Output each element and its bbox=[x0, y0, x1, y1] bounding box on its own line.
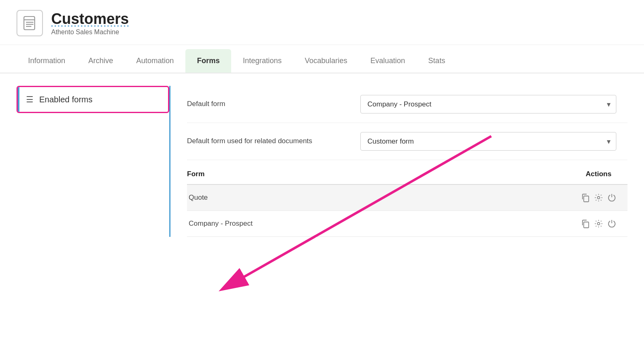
header-text: Customers Athento Sales Machine bbox=[51, 10, 129, 36]
table-row: Quote bbox=[187, 185, 627, 211]
form-name-quote: Quote bbox=[187, 194, 570, 202]
copy-icon-2[interactable] bbox=[581, 219, 590, 228]
sidebar-item-enabled-forms[interactable]: ☰ Enabled forms bbox=[17, 86, 169, 113]
tab-archive[interactable]: Archive bbox=[77, 49, 125, 73]
power-icon[interactable] bbox=[607, 193, 616, 202]
default-form-row: Default form Company - Prospect Customer… bbox=[187, 86, 627, 123]
document-icon bbox=[22, 16, 37, 31]
default-form-select-wrapper: Company - Prospect Customer form Quote ▾ bbox=[360, 95, 616, 113]
default-related-form-select-wrapper: Company - Prospect Customer form Quote ▾ bbox=[360, 132, 616, 151]
app-icon bbox=[17, 10, 43, 36]
default-related-form-row: Default form used for related documents … bbox=[187, 123, 627, 160]
gear-icon[interactable] bbox=[594, 193, 603, 202]
tab-information[interactable]: Information bbox=[17, 49, 77, 73]
table-col-actions: Actions bbox=[570, 170, 627, 178]
default-related-form-select[interactable]: Company - Prospect Customer form Quote bbox=[360, 132, 616, 151]
default-form-select[interactable]: Company - Prospect Customer form Quote bbox=[360, 95, 616, 113]
table-row: Company - Prospect bbox=[187, 211, 627, 237]
default-form-label: Default form bbox=[187, 95, 360, 109]
power-icon-2[interactable] bbox=[607, 219, 616, 228]
forms-table: Form Actions Quote bbox=[187, 164, 627, 237]
tab-automation[interactable]: Automation bbox=[125, 49, 185, 73]
list-icon: ☰ bbox=[26, 94, 33, 104]
tab-integrations[interactable]: Integrations bbox=[231, 49, 293, 73]
svg-rect-0 bbox=[24, 17, 35, 30]
form-actions-company-prospect bbox=[570, 219, 627, 228]
default-related-form-label: Default form used for related documents bbox=[187, 132, 360, 146]
sidebar-item-label: Enabled forms bbox=[39, 95, 92, 104]
svg-rect-7 bbox=[584, 222, 589, 228]
page-subtitle: Athento Sales Machine bbox=[51, 28, 129, 36]
svg-rect-5 bbox=[584, 196, 589, 202]
table-col-form: Form bbox=[187, 170, 570, 178]
tab-forms[interactable]: Forms bbox=[185, 49, 231, 73]
svg-point-6 bbox=[597, 196, 600, 199]
tab-vocabularies[interactable]: Vocabularies bbox=[293, 49, 359, 73]
tab-stats[interactable]: Stats bbox=[417, 49, 457, 73]
navigation-tabs: Information Archive Automation Forms Int… bbox=[0, 49, 644, 73]
form-actions-quote bbox=[570, 193, 627, 202]
page-title: Customers bbox=[51, 10, 129, 28]
page-header: Customers Athento Sales Machine bbox=[0, 0, 644, 45]
sidebar: ☰ Enabled forms bbox=[17, 86, 169, 237]
tab-evaluation[interactable]: Evaluation bbox=[359, 49, 417, 73]
form-name-company-prospect: Company - Prospect bbox=[187, 220, 570, 228]
svg-point-8 bbox=[597, 222, 600, 225]
gear-icon-2[interactable] bbox=[594, 219, 603, 228]
copy-icon[interactable] bbox=[581, 193, 590, 202]
table-header: Form Actions bbox=[187, 164, 627, 185]
main-content: ☰ Enabled forms Default form Company - P… bbox=[0, 73, 644, 237]
content-area: Default form Company - Prospect Customer… bbox=[169, 86, 644, 237]
